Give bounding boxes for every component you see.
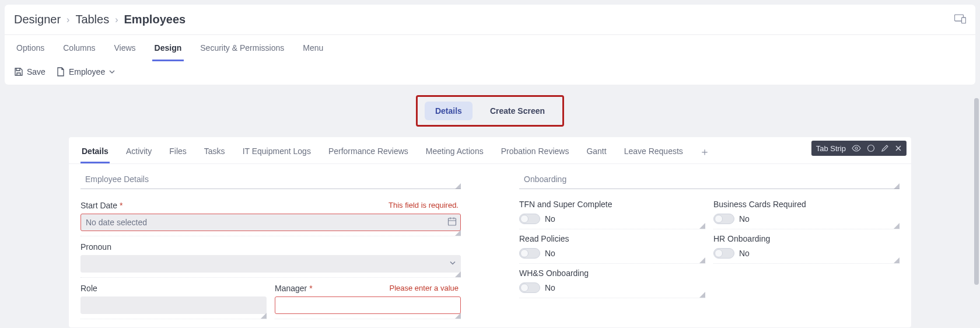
circle-icon[interactable]: [867, 144, 875, 152]
form-columns: Employee Details Start Date * This field…: [69, 164, 911, 322]
tab-design[interactable]: Design: [152, 35, 184, 61]
inner-tab-activity[interactable]: Activity: [125, 143, 153, 163]
tab-security[interactable]: Security & Permissions: [198, 35, 286, 61]
role-label: Role: [80, 284, 97, 293]
resize-handle-icon[interactable]: [455, 230, 461, 236]
left-column: Employee Details Start Date * This field…: [80, 172, 461, 319]
role-input[interactable]: [80, 296, 267, 314]
design-canvas: Details Create Screen Tab Strip Details …: [0, 85, 980, 327]
resize-handle-icon[interactable]: [261, 313, 267, 319]
chevron-down-icon: [449, 259, 457, 269]
inner-tab-performance[interactable]: Performance Reviews: [327, 143, 410, 163]
cards-label: Business Cards Required: [713, 200, 900, 209]
close-icon[interactable]: [895, 145, 902, 152]
inner-tab-leave-requests[interactable]: Leave Requests: [623, 143, 684, 163]
field-role: Role: [80, 278, 267, 316]
resize-handle-icon[interactable]: [455, 271, 461, 277]
cards-toggle[interactable]: [713, 214, 734, 224]
start-date-label: Start Date: [80, 201, 117, 210]
toolbar: Save Employee: [5, 61, 975, 85]
field-tfn-super: TFN and Super Complete No: [519, 195, 705, 226]
save-icon: [14, 67, 23, 76]
pencil-icon[interactable]: [881, 144, 889, 152]
tab-columns[interactable]: Columns: [61, 35, 97, 61]
policies-toggle[interactable]: [519, 248, 540, 259]
policies-label: Read Policies: [519, 234, 705, 243]
chevron-right-icon: ›: [115, 15, 118, 25]
field-start-date: Start Date * This field is required. No …: [80, 195, 461, 233]
tfn-toggle[interactable]: [519, 214, 540, 224]
resize-handle-icon[interactable]: [455, 313, 461, 319]
whs-toggle[interactable]: [519, 282, 540, 293]
tab-views[interactable]: Views: [112, 35, 138, 61]
required-indicator: *: [309, 284, 312, 293]
tab-menu[interactable]: Menu: [300, 35, 326, 61]
field-whs-onboarding: WH&S Onboarding No: [519, 264, 705, 295]
component-chip: Tab Strip: [811, 141, 907, 156]
start-date-error: This field is required.: [388, 201, 459, 210]
component-chip-label: Tab Strip: [816, 144, 846, 153]
chevron-right-icon: ›: [66, 15, 69, 25]
inner-tabs: Details Activity Files Tasks IT Equipmen…: [69, 137, 911, 164]
breadcrumb-designer[interactable]: Designer: [14, 13, 61, 26]
policies-value: No: [545, 249, 555, 258]
whs-label: WH&S Onboarding: [519, 268, 705, 278]
breadcrumb: Designer › Tables › Employees: [5, 5, 975, 35]
svg-rect-4: [449, 218, 456, 225]
eye-icon[interactable]: [852, 145, 861, 152]
manager-input[interactable]: [275, 296, 461, 314]
resize-handle-icon[interactable]: [455, 183, 461, 189]
breadcrumb-current: Employees: [124, 13, 186, 26]
inner-tab-it-equipment[interactable]: IT Equipment Logs: [242, 143, 312, 163]
start-date-placeholder: No date selected: [86, 218, 147, 227]
right-column: Onboarding TFN and Super Complete No: [519, 172, 900, 319]
hr-toggle[interactable]: [713, 248, 734, 259]
inner-tab-details[interactable]: Details: [80, 143, 110, 163]
required-indicator: *: [120, 201, 123, 210]
hr-label: HR Onboarding: [713, 234, 900, 243]
inner-tab-files[interactable]: Files: [168, 143, 188, 163]
manager-error: Please enter a value: [389, 284, 459, 292]
top-bar: Designer › Tables › Employees Options Co…: [5, 5, 975, 85]
vertical-scrollbar[interactable]: [973, 34, 980, 328]
resize-handle-icon[interactable]: [894, 223, 900, 229]
svg-point-2: [855, 147, 858, 149]
resize-handle-icon[interactable]: [894, 183, 900, 189]
section-onboarding[interactable]: Onboarding: [519, 172, 900, 189]
mode-details-button[interactable]: Details: [425, 102, 473, 120]
tab-options[interactable]: Options: [14, 35, 47, 61]
inner-tab-probation[interactable]: Probation Reviews: [500, 143, 570, 163]
field-hr-onboarding: HR Onboarding No: [713, 229, 900, 261]
pronoun-label: Pronoun: [80, 242, 111, 252]
inner-tab-meeting-actions[interactable]: Meeting Actions: [425, 143, 485, 163]
scroll-thumb[interactable]: [974, 98, 979, 285]
mode-create-screen-button[interactable]: Create Screen: [480, 102, 555, 120]
resize-handle-icon[interactable]: [699, 223, 705, 229]
main-tabs: Options Columns Views Design Security & …: [5, 35, 975, 61]
pronoun-select[interactable]: [80, 255, 461, 273]
add-tab-button[interactable]: ＋: [699, 145, 710, 162]
save-label: Save: [27, 67, 46, 76]
document-icon: [56, 67, 65, 76]
tfn-label: TFN and Super Complete: [519, 200, 705, 209]
svg-rect-1: [962, 18, 966, 23]
whs-value: No: [545, 283, 555, 292]
device-preview-icon[interactable]: [954, 14, 966, 25]
resize-handle-icon[interactable]: [894, 257, 900, 263]
start-date-input[interactable]: No date selected: [80, 214, 461, 231]
breadcrumb-tables[interactable]: Tables: [75, 13, 109, 26]
calendar-icon[interactable]: [447, 217, 457, 228]
field-read-policies: Read Policies No: [519, 229, 705, 261]
form-picker[interactable]: Employee: [56, 67, 116, 76]
field-pronoun: Pronoun: [80, 236, 461, 275]
manager-label: Manager: [275, 284, 307, 293]
mode-switch-highlight: Details Create Screen: [416, 95, 564, 127]
inner-tab-tasks[interactable]: Tasks: [203, 143, 226, 163]
chevron-down-icon: [108, 68, 116, 75]
inner-tab-gantt[interactable]: Gantt: [585, 143, 607, 163]
resize-handle-icon[interactable]: [699, 257, 705, 263]
section-employee-details[interactable]: Employee Details: [80, 172, 461, 189]
tfn-value: No: [545, 214, 555, 224]
resize-handle-icon[interactable]: [699, 292, 705, 298]
save-button[interactable]: Save: [14, 67, 46, 76]
